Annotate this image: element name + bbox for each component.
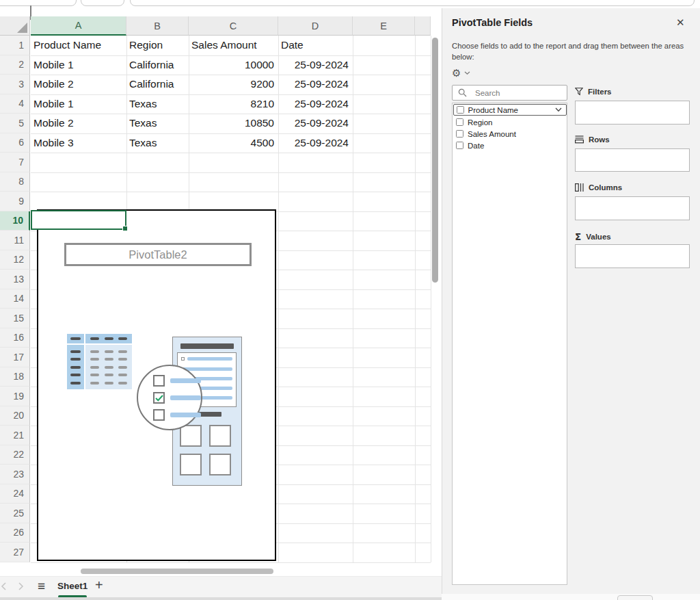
column-header-a[interactable]: A [31, 16, 126, 36]
sheet-menu-icon[interactable]: ≡ [38, 579, 45, 594]
cell-C4[interactable]: 8210 [191, 94, 274, 114]
columns-icon [575, 183, 584, 192]
row-header-17[interactable]: 17 [0, 348, 30, 367]
cell-D1[interactable]: Date [281, 36, 349, 55]
cell-B4[interactable]: Texas [129, 94, 185, 114]
illustration-grid-square [209, 454, 231, 475]
cell-A6[interactable]: Mobile 3 [33, 133, 122, 153]
search-input[interactable]: Search [452, 85, 567, 101]
chevron-down-icon[interactable] [555, 107, 562, 112]
row-header-4[interactable]: 4 [0, 94, 30, 114]
column-header-b[interactable]: B [126, 16, 189, 36]
checkbox-date[interactable] [456, 142, 463, 149]
cell-B3[interactable]: California [129, 75, 185, 94]
illustration-checkbox [153, 409, 165, 421]
vertical-scrollbar[interactable] [432, 38, 438, 283]
row-header-23[interactable]: 23 [0, 465, 30, 484]
cell-B2[interactable]: California [129, 55, 185, 75]
tab-sheet1[interactable]: Sheet1 [57, 581, 88, 591]
cell-D4[interactable]: 25-09-2024 [281, 94, 349, 114]
cell-D3[interactable]: 25-09-2024 [281, 75, 349, 94]
select-all-corner[interactable] [0, 16, 30, 36]
columns-drop-area[interactable] [575, 196, 690, 220]
gridline [278, 36, 279, 562]
pane-options-button[interactable]: ⚙ [452, 67, 470, 79]
column-header-e[interactable]: E [353, 16, 415, 36]
values-drop-area[interactable] [575, 244, 690, 268]
row-header-13[interactable]: 13 [0, 270, 30, 289]
illustration-grid-square [180, 454, 202, 475]
field-item-sales-amount[interactable]: Sales Amount [453, 128, 566, 140]
cell-B6[interactable]: Texas [129, 133, 185, 153]
row-header-18[interactable]: 18 [0, 367, 30, 387]
checkbox-sales-amount[interactable] [456, 130, 463, 138]
cell-D2[interactable]: 25-09-2024 [281, 55, 349, 75]
button-remnant [617, 595, 653, 600]
cell-C5[interactable]: 10850 [191, 114, 274, 133]
checkbox-product-name[interactable] [457, 106, 464, 114]
illustration-grid-square [180, 425, 202, 447]
row-header-20[interactable]: 20 [0, 406, 30, 426]
column-header-c[interactable]: C [189, 16, 278, 36]
close-icon[interactable]: ✕ [676, 16, 685, 29]
row-header-21[interactable]: 21 [0, 426, 30, 445]
row-header-6[interactable]: 6 [0, 133, 30, 153]
cell-C2[interactable]: 10000 [191, 55, 274, 75]
add-sheet-button[interactable]: + [95, 577, 103, 593]
toolbar-button-remnant [81, 0, 124, 6]
row-header-15[interactable]: 15 [0, 309, 30, 328]
cell-C3[interactable]: 9200 [191, 75, 274, 94]
row-header-22[interactable]: 22 [0, 445, 30, 465]
row-header-1[interactable]: 1 [0, 36, 30, 55]
pane-description: Choose fields to add to the report and d… [452, 41, 692, 63]
formula-bar-remnant [130, 0, 695, 6]
row-header-7[interactable]: 7 [0, 153, 30, 172]
cell-C6[interactable]: 4500 [191, 133, 274, 153]
cell-A1[interactable]: Product Name [33, 36, 122, 55]
magnifier-circle [137, 365, 202, 430]
row-header-11[interactable]: 11 [0, 231, 30, 250]
row-header-27[interactable]: 27 [0, 543, 30, 562]
row-header-14[interactable]: 14 [0, 289, 30, 309]
next-sheet-icon[interactable] [18, 582, 24, 591]
field-item-product-name[interactable]: Product Name [453, 104, 567, 116]
column-header-d[interactable]: D [278, 16, 353, 36]
row-header-2[interactable]: 2 [0, 55, 30, 75]
filters-drop-area[interactable] [575, 101, 690, 125]
pane-title: PivotTable Fields [452, 17, 533, 28]
column-header-partial[interactable] [415, 16, 431, 36]
cell-B1[interactable]: Region [129, 36, 185, 55]
fill-handle[interactable] [122, 226, 128, 231]
row-header-5[interactable]: 5 [0, 114, 30, 133]
row-header-24[interactable]: 24 [0, 484, 30, 504]
row-header-26[interactable]: 26 [0, 523, 30, 543]
cell-A2[interactable]: Mobile 1 [33, 55, 122, 75]
cell-C1[interactable]: Sales Amount [191, 36, 274, 55]
row-header-3[interactable]: 3 [0, 75, 30, 94]
row-header-25[interactable]: 25 [0, 504, 30, 523]
illustration-table-header [85, 334, 132, 343]
row-header-9[interactable]: 9 [0, 192, 30, 211]
row-header-10[interactable]: 10 [0, 211, 30, 231]
selected-cell-a10[interactable] [31, 210, 126, 230]
cell-A4[interactable]: Mobile 1 [33, 94, 122, 114]
cell-A3[interactable]: Mobile 2 [33, 75, 122, 94]
cell-A5[interactable]: Mobile 2 [33, 114, 122, 133]
sigma-icon: Σ [575, 231, 581, 242]
prev-sheet-icon[interactable] [1, 582, 7, 591]
horizontal-scrollbar[interactable] [81, 569, 273, 574]
checkbox-region[interactable] [456, 118, 463, 126]
pane-bottom-strip [442, 594, 700, 600]
row-header-19[interactable]: 19 [0, 387, 30, 406]
cell-D5[interactable]: 25-09-2024 [281, 114, 349, 133]
rows-drop-area[interactable] [575, 148, 690, 172]
cell-B5[interactable]: Texas [129, 114, 185, 133]
cell-D6[interactable]: 25-09-2024 [281, 133, 349, 153]
pivot-name-box[interactable]: PivotTable2 [64, 243, 252, 266]
field-item-region[interactable]: Region [453, 116, 566, 128]
field-item-date[interactable]: Date [453, 140, 566, 151]
row-header-12[interactable]: 12 [0, 250, 30, 270]
row-header-16[interactable]: 16 [0, 328, 30, 348]
row-header-8[interactable]: 8 [0, 172, 30, 192]
pivot-placeholder-box[interactable]: PivotTable2 [37, 209, 276, 561]
